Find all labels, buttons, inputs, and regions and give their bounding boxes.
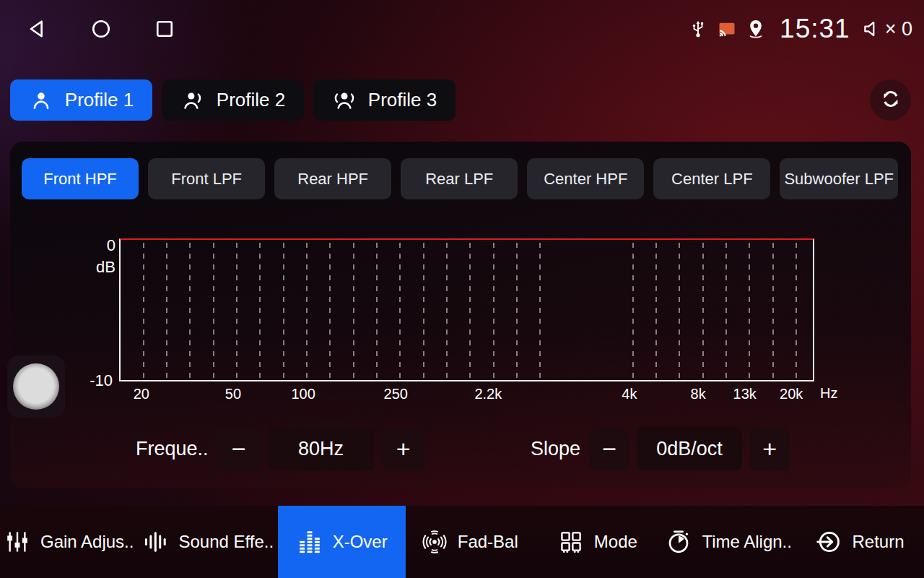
frequency-control: Freque.. − 80Hz +	[136, 427, 425, 470]
clock-time: 15:31	[780, 14, 850, 44]
person-wave-icon	[180, 88, 205, 113]
person-wave2-icon	[332, 88, 357, 113]
person-icon	[29, 88, 53, 113]
chart-gridline	[632, 243, 634, 379]
gain-sliders-icon	[4, 529, 30, 555]
chart-gridline	[399, 243, 401, 379]
filter-tab-front-hpf[interactable]: Front HPF	[22, 158, 139, 199]
chart-gridline	[493, 243, 494, 379]
x-tick-250: 250	[384, 386, 408, 402]
filter-tab-rear-hpf[interactable]: Rear HPF	[274, 158, 391, 199]
x-tick-13k: 13k	[733, 386, 757, 402]
xover-settings-screen: 15:31 × 0 Profile 1Profile 2Profile 3 Fr…	[0, 0, 924, 578]
filter-tab-front-lpf[interactable]: Front LPF	[148, 158, 265, 199]
frequency-response-chart[interactable]	[119, 238, 814, 381]
chart-gridline	[772, 243, 774, 379]
bottom-nav-label: Return	[852, 532, 904, 552]
y-axis-unit-label: dB	[81, 258, 116, 277]
chart-gridline	[353, 243, 354, 379]
sync-button[interactable]	[870, 79, 911, 121]
profile-tab-label: Profile 3	[368, 89, 437, 111]
bottom-nav-fad-bal[interactable]: Fad-Bal	[406, 506, 533, 578]
bottom-nav-return[interactable]: Return	[796, 506, 924, 578]
slope-decrease-button[interactable]: −	[589, 427, 629, 470]
volume-knob-button[interactable]	[7, 355, 65, 418]
home-icon[interactable]	[90, 17, 113, 40]
chart-gridline	[259, 243, 261, 379]
chart-gridline	[423, 243, 424, 379]
knob-icon	[13, 363, 59, 410]
chart-gridline	[446, 243, 448, 379]
profile-tab-label: Profile 1	[65, 89, 134, 111]
chart-gridline	[516, 243, 518, 379]
x-tick-100: 100	[292, 386, 315, 402]
bottom-nav-time-align[interactable]: Time Align..	[661, 506, 796, 578]
bottom-nav-label: Fad-Bal	[458, 532, 518, 552]
x-axis-unit-label: Hz	[820, 385, 837, 402]
chart-gridline	[679, 243, 680, 379]
bottom-nav-gain-adjus[interactable]: Gain Adjus..	[0, 506, 138, 578]
volume-muted-indicator: × 0	[862, 18, 912, 40]
chart-gridline	[189, 243, 191, 379]
frequency-label: Freque..	[136, 438, 209, 460]
slope-increase-button[interactable]: +	[749, 427, 790, 470]
filter-tab-rear-lpf[interactable]: Rear LPF	[401, 158, 518, 199]
chart-gridline	[143, 243, 144, 379]
status-bar-right: 15:31 × 0	[687, 10, 912, 48]
x-tick-50: 50	[225, 386, 241, 402]
bottom-nav-label: Gain Adjus..	[40, 532, 134, 552]
profile-tabs: Profile 1Profile 2Profile 3	[10, 79, 456, 121]
usb-icon	[687, 18, 709, 40]
bottom-nav: Gain Adjus..Sound Effe..X-OverFad-BalMod…	[0, 506, 924, 578]
back-icon[interactable]	[26, 17, 49, 40]
chart-gridline	[376, 243, 378, 379]
chart-gridline	[236, 243, 237, 379]
volume-level: × 0	[885, 18, 912, 40]
bottom-nav-label: X-Over	[333, 532, 388, 552]
bottom-nav-label: Time Align..	[702, 532, 792, 552]
location-icon	[745, 18, 767, 40]
equalizer-icon	[297, 529, 323, 555]
sync-icon	[879, 87, 903, 113]
x-tick-20k: 20k	[780, 386, 803, 402]
chart-gridline	[166, 243, 167, 379]
chart-gridline	[306, 243, 308, 379]
sound-wave-icon	[142, 529, 168, 555]
profile-tab-3[interactable]: Profile 3	[313, 79, 456, 121]
recents-icon[interactable]	[153, 17, 176, 40]
filter-channel-tabs: Front HPFFront LPFRear HPFRear LPFCenter…	[22, 158, 898, 199]
slope-value: 0dB/oct	[637, 427, 742, 470]
cast-icon	[716, 18, 738, 40]
chart-gridline	[796, 243, 797, 379]
profile-tab-1[interactable]: Profile 1	[10, 79, 152, 121]
filter-tab-center-lpf[interactable]: Center LPF	[653, 158, 770, 199]
timer-icon	[666, 529, 692, 555]
chart-gridline	[725, 243, 727, 379]
y-axis-top-label: 0	[81, 236, 116, 255]
filter-tab-center-hpf[interactable]: Center HPF	[527, 158, 644, 199]
return-icon	[816, 529, 842, 555]
chart-gridline	[283, 243, 284, 379]
profile-tab-2[interactable]: Profile 2	[162, 79, 304, 121]
bottom-nav-label: Mode	[594, 532, 637, 552]
chart-gridline	[749, 243, 750, 379]
chart-gridline	[702, 243, 704, 379]
x-tick-2-2k: 2.2k	[474, 386, 502, 402]
slope-control: Slope − 0dB/oct +	[531, 427, 790, 470]
filter-tab-subwoofer-lpf[interactable]: Subwoofer LPF	[780, 158, 898, 199]
profile-tab-label: Profile 2	[217, 89, 285, 111]
chart-gridline	[469, 243, 471, 379]
chart-gridline	[213, 243, 214, 379]
y-axis-bottom-label: -10	[78, 371, 113, 390]
frequency-increase-button[interactable]: +	[382, 427, 425, 470]
slope-label: Slope	[531, 438, 580, 460]
mode-grid-icon	[558, 529, 584, 555]
bottom-nav-label: Sound Effe..	[178, 532, 274, 552]
frequency-value: 80Hz	[268, 427, 375, 470]
bottom-nav-x-over[interactable]: X-Over	[278, 506, 406, 578]
bottom-nav-sound-effe[interactable]: Sound Effe..	[138, 506, 278, 578]
bottom-nav-mode[interactable]: Mode	[533, 506, 661, 578]
fade-balance-icon	[422, 529, 448, 555]
status-bar: 15:31 × 0	[0, 0, 924, 58]
frequency-decrease-button[interactable]: −	[217, 427, 261, 470]
